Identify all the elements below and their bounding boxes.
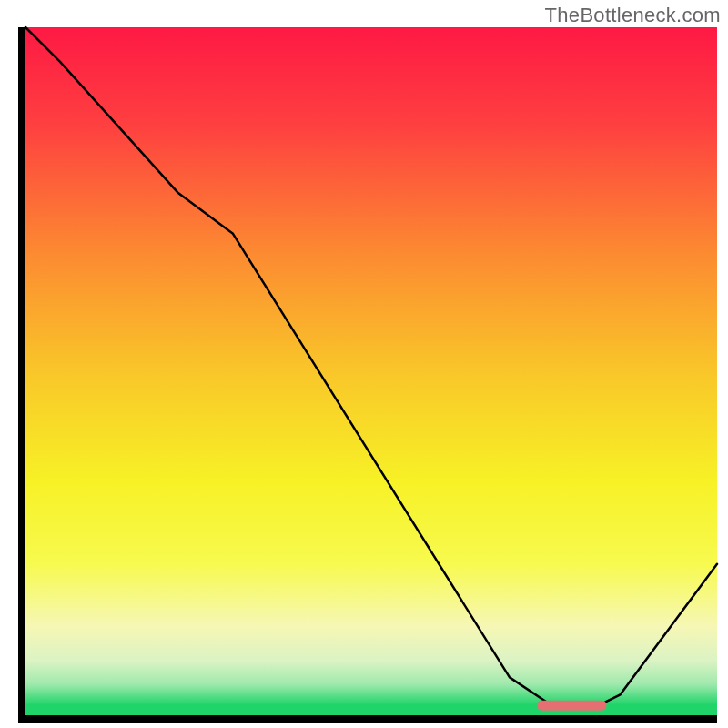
bottleneck-line-chart [0, 0, 728, 728]
optimal-range-marker [537, 701, 606, 711]
chart-frame: TheBottleneck.com [0, 0, 728, 728]
y-axis [18, 27, 25, 723]
x-axis [18, 715, 717, 723]
plot-background [25, 27, 717, 715]
